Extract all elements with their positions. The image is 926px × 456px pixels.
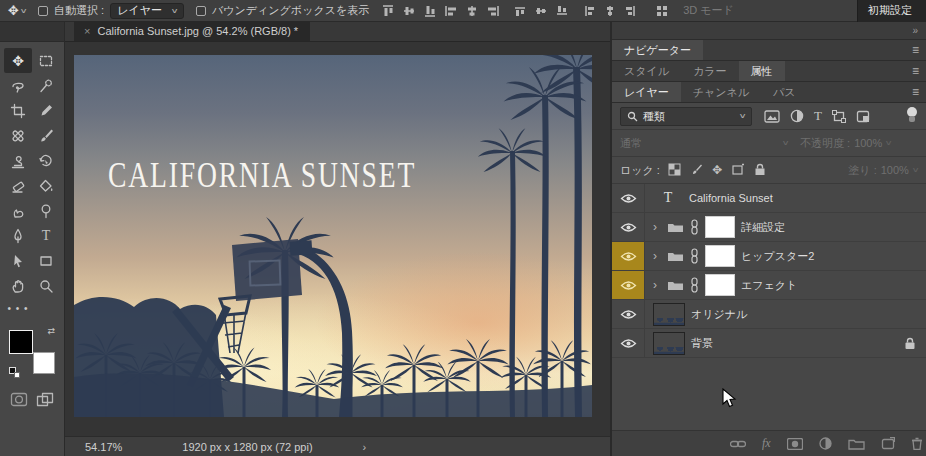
distribute-bottom-edges-icon[interactable] bbox=[555, 4, 569, 18]
hand-tool[interactable] bbox=[4, 273, 32, 298]
healing-brush-tool[interactable] bbox=[4, 123, 32, 148]
layer-thumbnail[interactable] bbox=[705, 274, 735, 296]
tab-styles[interactable]: スタイル bbox=[612, 61, 681, 81]
close-tab-icon[interactable]: × bbox=[84, 25, 90, 37]
foreground-color-swatch[interactable] bbox=[9, 330, 33, 354]
swap-colors-icon[interactable]: ⇄ bbox=[47, 326, 55, 336]
eraser-tool[interactable] bbox=[4, 173, 32, 198]
layer-list-empty-area[interactable] bbox=[612, 358, 926, 430]
lock-position-icon[interactable]: ✥ bbox=[712, 163, 722, 177]
smart-object-filter-icon[interactable] bbox=[856, 110, 870, 123]
canvas-pasteboard[interactable]: CALIFORNIA SUNSET bbox=[65, 42, 610, 436]
distribute-horizontal-centers-icon[interactable] bbox=[603, 4, 617, 18]
quick-selection-tool[interactable] bbox=[32, 73, 60, 98]
layer-row-detail-settings[interactable]: › 詳細設定 bbox=[612, 213, 926, 242]
layer-row-california-sunset[interactable]: T California Sunset bbox=[612, 184, 926, 213]
rectangle-shape-tool[interactable] bbox=[32, 248, 60, 273]
adjustment-layer-filter-icon[interactable] bbox=[790, 109, 804, 123]
lock-image-pixels-icon[interactable] bbox=[690, 163, 703, 178]
group-disclosure-icon[interactable]: › bbox=[653, 249, 661, 263]
more-tools-button[interactable]: • • • bbox=[4, 298, 32, 318]
pixel-layer-filter-icon[interactable] bbox=[764, 110, 780, 123]
dodge-tool[interactable] bbox=[32, 198, 60, 223]
tab-channels[interactable]: チャンネル bbox=[681, 82, 761, 102]
panel-menu-icon[interactable]: ≡ bbox=[912, 82, 926, 102]
workspace-selector[interactable]: 初期設定 bbox=[857, 0, 926, 22]
distribute-vertical-centers-icon[interactable] bbox=[534, 4, 548, 18]
delete-layer-button[interactable] bbox=[911, 437, 923, 450]
link-layers-button[interactable] bbox=[730, 439, 746, 449]
align-right-edges-icon[interactable] bbox=[486, 4, 500, 18]
align-left-edges-icon[interactable] bbox=[444, 4, 458, 18]
status-expander-icon[interactable]: › bbox=[323, 441, 367, 453]
align-top-edges-icon[interactable] bbox=[381, 4, 395, 18]
panel-menu-icon[interactable]: ≡ bbox=[912, 61, 926, 81]
layer-thumbnail[interactable] bbox=[705, 245, 735, 267]
active-tool-preset[interactable]: ✥ ∨ bbox=[8, 3, 26, 18]
group-disclosure-icon[interactable]: › bbox=[653, 220, 661, 234]
visibility-toggle[interactable] bbox=[612, 300, 645, 328]
layer-row-hipster-2[interactable]: › ヒップスター2 bbox=[612, 242, 926, 271]
visibility-toggle[interactable] bbox=[612, 213, 645, 241]
paint-bucket-tool[interactable] bbox=[32, 173, 60, 198]
smudge-tool[interactable] bbox=[4, 198, 32, 223]
visibility-toggle-highlighted[interactable] bbox=[612, 242, 645, 270]
zoom-level-field[interactable]: 54.17% bbox=[65, 441, 136, 453]
history-brush-tool[interactable] bbox=[32, 148, 60, 173]
auto-select-checkbox[interactable] bbox=[38, 6, 48, 16]
lock-artboard-icon[interactable] bbox=[731, 163, 745, 178]
visibility-toggle[interactable] bbox=[612, 329, 645, 357]
blend-mode-dropdown[interactable]: 通常 ∨ bbox=[620, 136, 788, 151]
screen-mode-button[interactable] bbox=[36, 392, 54, 407]
layer-name[interactable]: ヒップスター2 bbox=[741, 249, 814, 264]
type-layer-filter-icon[interactable]: T bbox=[814, 108, 822, 124]
visibility-toggle[interactable] bbox=[612, 184, 645, 212]
crop-tool[interactable] bbox=[4, 98, 32, 123]
add-layer-mask-button[interactable] bbox=[787, 438, 803, 450]
type-tool[interactable]: T bbox=[32, 223, 60, 248]
fill-control[interactable]: 塗り : 100% ∨ bbox=[848, 163, 918, 178]
tab-navigator[interactable]: ナビゲーター bbox=[612, 40, 703, 60]
rectangular-marquee-tool[interactable] bbox=[32, 48, 60, 73]
tab-color[interactable]: カラー bbox=[681, 61, 739, 81]
brush-tool[interactable] bbox=[32, 123, 60, 148]
default-colors-icon[interactable] bbox=[9, 367, 20, 378]
new-adjustment-layer-button[interactable] bbox=[819, 437, 832, 450]
path-selection-tool[interactable] bbox=[4, 248, 32, 273]
distribute-right-edges-icon[interactable] bbox=[624, 4, 638, 18]
layer-name[interactable]: 詳細設定 bbox=[741, 220, 785, 235]
layer-row-background[interactable]: 背景 bbox=[612, 329, 926, 358]
background-color-swatch[interactable] bbox=[33, 352, 55, 374]
opacity-control[interactable]: 不透明度 : 100% ∨ bbox=[800, 136, 891, 151]
distribute-top-edges-icon[interactable] bbox=[513, 4, 527, 18]
layer-name[interactable]: California Sunset bbox=[689, 192, 773, 204]
distribute-spacing-icon[interactable] bbox=[655, 4, 669, 18]
visibility-toggle-highlighted[interactable] bbox=[612, 271, 645, 299]
shape-layer-filter-icon[interactable] bbox=[832, 110, 846, 123]
tab-layers[interactable]: レイヤー bbox=[612, 82, 681, 102]
tab-paths[interactable]: パス bbox=[761, 82, 808, 102]
layer-thumbnail[interactable] bbox=[653, 303, 685, 326]
layer-row-effect[interactable]: › エフェクト bbox=[612, 271, 926, 300]
layer-style-button[interactable]: fx bbox=[762, 436, 771, 451]
layer-thumbnail[interactable] bbox=[653, 332, 685, 355]
canvas-image[interactable]: CALIFORNIA SUNSET bbox=[74, 55, 592, 417]
group-disclosure-icon[interactable]: › bbox=[653, 278, 661, 292]
collapse-panels-icon[interactable]: » bbox=[912, 25, 918, 36]
bounding-box-checkbox[interactable] bbox=[196, 6, 206, 16]
pen-tool[interactable] bbox=[4, 223, 32, 248]
tab-properties[interactable]: 属性 bbox=[739, 61, 785, 81]
auto-select-target-dropdown[interactable]: レイヤー ∨ bbox=[110, 3, 184, 19]
align-bottom-edges-icon[interactable] bbox=[423, 4, 437, 18]
zoom-tool[interactable] bbox=[32, 273, 60, 298]
quick-mask-button[interactable] bbox=[10, 392, 28, 407]
align-vertical-centers-icon[interactable] bbox=[402, 4, 416, 18]
layer-name[interactable]: オリジナル bbox=[691, 307, 747, 322]
panel-menu-icon[interactable]: ≡ bbox=[912, 40, 926, 60]
new-layer-button[interactable] bbox=[881, 437, 895, 450]
new-group-button[interactable] bbox=[848, 438, 865, 450]
clone-stamp-tool[interactable] bbox=[4, 148, 32, 173]
lasso-tool[interactable] bbox=[4, 73, 32, 98]
lock-all-icon[interactable] bbox=[754, 163, 766, 178]
filter-kind-dropdown[interactable]: 種類 ∨ bbox=[620, 107, 752, 126]
